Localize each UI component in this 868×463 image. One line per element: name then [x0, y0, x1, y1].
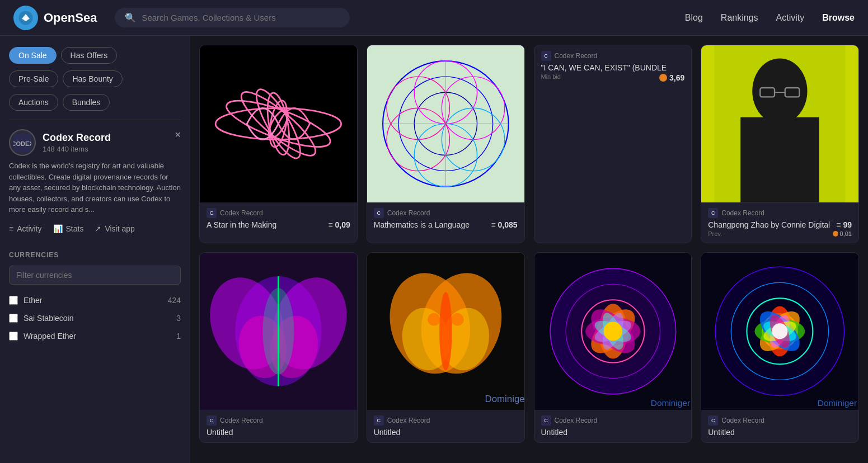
- collection-name-6: Codex Record: [387, 417, 430, 424]
- svg-text:Dominiger: Dominiger: [818, 398, 857, 407]
- filter-on-sale[interactable]: On Sale: [9, 47, 57, 64]
- collection-name-3: Codex Record: [555, 52, 598, 60]
- nav-browse[interactable]: Browse: [822, 13, 855, 23]
- nft-card-8[interactable]: Dominiger C Codex Record Untitled: [701, 252, 859, 443]
- nft-collection-row-6: C Codex Record: [374, 415, 518, 426]
- filter-bundles[interactable]: Bundles: [63, 94, 110, 111]
- nft-card-5[interactable]: C Codex Record Untitled: [199, 252, 358, 443]
- collection-name-7: Codex Record: [555, 417, 598, 424]
- nft-info-8: C Codex Record Untitled: [701, 410, 858, 442]
- nft-sub-row-4: Prev. 0,01: [708, 230, 852, 237]
- nft-prev-label-4: Prev.: [708, 230, 722, 237]
- filter-row-3: Auctions Bundles: [9, 94, 181, 111]
- nft-info-3: C Codex Record "I CAN, WE CAN, EXIST" (B…: [534, 45, 692, 89]
- nft-price-2: ≡ 0,085: [491, 220, 517, 229]
- nft-card-7[interactable]: Dominiger C Codex Record Untitled: [534, 252, 692, 443]
- nft-card-6[interactable]: Dominiger C Codex Record Untitled: [367, 252, 525, 443]
- nft-collection-row-2: C Codex Record: [374, 208, 518, 218]
- main-content: C Codex Record A Star in the Making ≡ 0,…: [190, 36, 868, 463]
- collection-count: 148 440 items: [43, 145, 111, 153]
- collection-name-5: Codex Record: [220, 417, 263, 424]
- svg-point-49: [439, 292, 452, 370]
- opensea-logo: [13, 6, 38, 30]
- collection-avatar: CODEX: [9, 129, 36, 156]
- collection-icon-3: C: [541, 51, 551, 61]
- nft-image-5: [200, 253, 357, 410]
- main-nav: Blog Rankings Activity Browse: [685, 13, 855, 23]
- nft-prev-price-4: 0,01: [833, 230, 852, 237]
- close-collection-button[interactable]: ×: [175, 129, 181, 141]
- nft-title-row-1: A Star in the Making ≡ 0,09: [207, 220, 350, 229]
- nft-price-label-3: Min bid: [541, 73, 561, 83]
- wrapped-ether-count: 1: [176, 332, 181, 341]
- collection-name-8: Codex Record: [721, 417, 764, 424]
- ether-checkbox[interactable]: [9, 296, 18, 305]
- collection-description: Codex is the world's registry for art an…: [9, 160, 181, 215]
- collection-icon-6: C: [374, 415, 384, 426]
- nft-card-1[interactable]: C Codex Record A Star in the Making ≡ 0,…: [199, 45, 358, 243]
- nft-collection-row-4: C Codex Record: [708, 208, 852, 218]
- nft-title-8: Untitled: [708, 428, 852, 437]
- filter-has-offers[interactable]: Has Offers: [61, 47, 118, 64]
- nft-image-7: Dominiger: [534, 253, 692, 410]
- currency-wrapped-ether: Wrapped Ether 1: [9, 327, 181, 345]
- nft-image-2: [367, 45, 524, 202]
- collection-icon-4: C: [708, 208, 718, 218]
- svg-point-1: [24, 16, 28, 20]
- currency-sai: Sai Stablecoin 3: [9, 309, 181, 327]
- collection-name-1: Codex Record: [220, 209, 263, 217]
- currency-filter-input[interactable]: [9, 266, 181, 285]
- collection-card: CODEX Codex Record 148 440 items × Codex…: [9, 120, 181, 251]
- search-bar[interactable]: 🔍: [115, 8, 350, 27]
- header: OpenSea 🔍 Blog Rankings Activity Browse: [0, 0, 868, 36]
- nft-info-7: C Codex Record Untitled: [534, 410, 692, 442]
- filter-auctions[interactable]: Auctions: [9, 94, 58, 111]
- nft-title-row-4: Changpeng Zhao by Connie Digital ≡ 99: [708, 220, 852, 229]
- nft-collection-row-1: C Codex Record: [207, 208, 350, 218]
- sai-count: 3: [176, 314, 181, 323]
- nft-title-6: Untitled: [374, 428, 518, 437]
- nft-title-row-2: Mathematics is a Language ≡ 0,085: [374, 220, 518, 229]
- collection-header: CODEX Codex Record 148 440 items ×: [9, 129, 181, 156]
- filter-row-2: Pre-Sale Has Bounty: [9, 70, 181, 87]
- svg-point-66: [603, 322, 622, 341]
- sidebar: On Sale Has Offers Pre-Sale Has Bounty A…: [0, 36, 190, 463]
- activity-action[interactable]: ≡ Activity: [9, 224, 42, 233]
- nft-card-4[interactable]: C Codex Record Changpeng Zhao by Connie …: [701, 45, 859, 243]
- nav-activity[interactable]: Activity: [776, 13, 805, 23]
- nft-info-6: C Codex Record Untitled: [367, 410, 524, 442]
- nft-sub-row-3: Min bid 3,69: [541, 73, 685, 83]
- nft-collection-row-7: C Codex Record: [541, 415, 685, 426]
- nft-title-5: Untitled: [207, 428, 350, 437]
- nft-info-5: C Codex Record Untitled: [200, 410, 357, 442]
- wrapped-ether-checkbox[interactable]: [9, 332, 18, 341]
- nav-blog[interactable]: Blog: [685, 13, 703, 23]
- nft-image-6: Dominiger: [367, 253, 524, 410]
- svg-point-81: [772, 323, 788, 339]
- stats-action[interactable]: 📊 Stats: [53, 224, 84, 233]
- logo-area[interactable]: OpenSea: [13, 6, 97, 30]
- currencies-title: CURRENCIES: [9, 251, 181, 259]
- nft-card-2[interactable]: C Codex Record Mathematics is a Language…: [367, 45, 525, 243]
- nav-rankings[interactable]: Rankings: [721, 13, 758, 23]
- visit-app-label: Visit app: [105, 224, 134, 233]
- nft-title-row-8: Untitled: [708, 428, 852, 437]
- collection-icon-5: C: [207, 415, 217, 426]
- nft-price-3: 3,69: [659, 73, 684, 83]
- nft-title-2: Mathematics is a Language: [374, 220, 491, 229]
- currency-filter-wrap: [9, 266, 181, 285]
- search-input[interactable]: [142, 13, 340, 22]
- nft-image-1: [200, 45, 357, 202]
- nft-title-row-6: Untitled: [374, 428, 518, 437]
- filter-row-1: On Sale Has Offers: [9, 47, 181, 64]
- filter-has-bounty[interactable]: Has Bounty: [63, 70, 122, 87]
- nft-collection-row-3: C Codex Record: [541, 51, 685, 61]
- svg-rect-32: [740, 117, 819, 202]
- nft-title-3: "I CAN, WE CAN, EXIST" (BUNDLE: [541, 63, 685, 72]
- nft-title-row-3: "I CAN, WE CAN, EXIST" (BUNDLE: [541, 63, 685, 72]
- nft-card-3[interactable]: Bundle Auction ⏱ 5 days left C Codex Rec…: [534, 45, 692, 243]
- nft-grid: C Codex Record A Star in the Making ≡ 0,…: [199, 45, 859, 443]
- visit-app-action[interactable]: ↗ Visit app: [95, 224, 134, 233]
- filter-pre-sale[interactable]: Pre-Sale: [9, 70, 58, 87]
- sai-checkbox[interactable]: [9, 314, 18, 323]
